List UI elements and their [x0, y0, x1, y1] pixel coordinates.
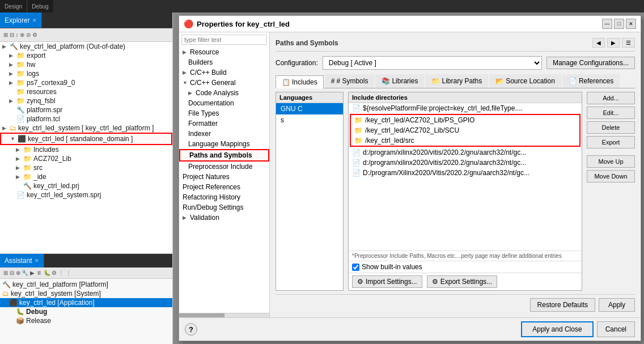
tab-library-paths[interactable]: 📁 Library Paths — [425, 74, 488, 88]
dir-item-5[interactable]: 📄 d:/program/xilinx2020/vitis/2020.2/gnu… — [349, 158, 582, 168]
arrow-icon: ▼ — [183, 80, 188, 86]
tree-item-sprj[interactable]: 📄 key_ctrl_led_system.sprj — [0, 190, 172, 199]
forward-button[interactable]: ▶ — [607, 38, 620, 48]
nav-item-codeanalysis[interactable]: ▶ Code Analysis — [179, 88, 269, 98]
nav-item-resource[interactable]: ▶ Resource — [179, 47, 269, 57]
tab-symbols[interactable]: # # Symbols — [325, 74, 375, 88]
explorer-tab-x[interactable]: ✕ — [32, 18, 37, 23]
assistant-tree: 🔨 key_ctrl_led_platform [Platform] 🗂 key… — [0, 279, 172, 344]
minimize-button[interactable]: — — [602, 19, 612, 29]
tree-item-prj[interactable]: 🔨 key_ctrl_led.prj — [0, 181, 172, 190]
nav-search-area — [179, 32, 269, 47]
tab-source-location[interactable]: 📂 Source Location — [489, 74, 561, 88]
lang-s[interactable]: s — [276, 114, 343, 126]
nav-item-langmappings[interactable]: Language Mappings — [179, 139, 269, 149]
manage-configs-button[interactable]: Manage Configurations... — [546, 57, 635, 69]
tree-item-includes[interactable]: ▶ 📁 Includes — [0, 145, 172, 154]
assistant-debug[interactable]: 🐛 Debug — [0, 307, 172, 316]
tree-item-logs[interactable]: ▶ 📁 logs — [0, 69, 172, 78]
properties-dialog: 🔴 Properties for key_ctrl_led — □ ✕ — [179, 15, 641, 341]
tree-item-hw[interactable]: ▶ 📁 hw — [0, 60, 172, 69]
tree-item-ps7[interactable]: ▶ 📁 ps7_cortexa9_0 — [0, 78, 172, 87]
assistant-app[interactable]: ⬛ key_ctrl_led [Application] — [0, 298, 172, 307]
nav-item-projreferences[interactable]: Project References — [179, 182, 269, 192]
edit-button[interactable]: Edit... — [587, 107, 635, 119]
tree-item-platformtcl[interactable]: 📄 platform.tcl — [0, 114, 172, 124]
nav-scrollbar[interactable] — [179, 313, 269, 317]
nav-item-builders[interactable]: Builders — [179, 57, 269, 67]
explorer-tab[interactable]: Explorer ✕ — [0, 12, 42, 28]
help-button[interactable]: ? — [185, 323, 197, 335]
nav-item-documentation[interactable]: Documentation — [179, 98, 269, 108]
config-select[interactable]: Debug [ Active ] — [323, 56, 542, 70]
apply-and-close-button[interactable]: Apply and Close — [521, 321, 593, 337]
dir-item-3[interactable]: 📁 /key_ctrl_led/src — [351, 135, 579, 146]
nav-item-projnatures[interactable]: Project Natures — [179, 172, 269, 182]
content-panes: Languages GNU C s Include directories — [276, 92, 635, 291]
nav-item-cppgeneral[interactable]: ▼ C/C++ General — [179, 78, 269, 88]
nav-item-validation[interactable]: ▶ Validation — [179, 213, 269, 223]
cancel-button[interactable]: Cancel — [597, 321, 635, 337]
export-button[interactable]: Export — [587, 136, 635, 148]
arrow-icon: ▶ — [9, 98, 15, 104]
tree-item-export[interactable]: ▶ 📁 export — [0, 51, 172, 60]
assistant-tab[interactable]: Assistant ✕ — [0, 254, 44, 267]
arrow-icon: ▶ — [183, 215, 188, 220]
back-button[interactable]: ◀ — [592, 38, 605, 48]
design-tab[interactable]: Design — [0, 0, 27, 12]
close-button[interactable]: ✕ — [626, 19, 636, 29]
move-up-button[interactable]: Move Up — [587, 155, 635, 168]
file-icon: 🔧 — [16, 106, 25, 114]
nav-item-rundebug[interactable]: Run/Debug Settings — [179, 202, 269, 213]
dir-item-6[interactable]: 📄 D:/program/Xilinx2020/Vitis/2020.2/gnu… — [349, 168, 582, 178]
folder-icon: 📁 — [23, 155, 32, 163]
tree-item-key-ctrl-led[interactable]: ▼ ⬛ key_ctrl_led [ standalone_domain ] — [0, 133, 172, 145]
lang-gnu-c[interactable]: GNU C — [276, 103, 343, 114]
tree-item-platformspr[interactable]: 🔧 platform.spr — [0, 105, 172, 114]
move-down-button[interactable]: Move Down — [587, 170, 635, 182]
show-builtin-checkbox[interactable] — [352, 264, 359, 271]
nav-item-formatter[interactable]: Formatter — [179, 118, 269, 129]
tree-item-resources[interactable]: 📁 resources — [0, 87, 172, 96]
tree-item-label: platform.spr — [27, 106, 62, 114]
assistant-release[interactable]: 📦 Release — [0, 316, 172, 325]
tree-item-system[interactable]: ▶ 🗂 key_ctrl_led_system [ key_ctrl_led_p… — [0, 124, 172, 133]
nav-item-filetypes[interactable]: File Types — [179, 108, 269, 118]
nav-item-cppbuild[interactable]: ▶ C/C++ Build — [179, 67, 269, 78]
dir-item-0[interactable]: 📄 ${resolvePlatformFile:project=key_ctrl… — [349, 103, 582, 113]
nav-item-indexer[interactable]: Indexer — [179, 129, 269, 139]
config-label: Configuration: — [276, 59, 318, 67]
import-icon: ⚙ — [357, 278, 363, 286]
tab-includes[interactable]: 📋 Includes — [276, 75, 324, 88]
tree-item-acz702lib[interactable]: ▶ 📁 ACZ702_Lib — [0, 154, 172, 163]
dir-path: /key_ctrl_led/src — [365, 137, 414, 145]
assistant-system[interactable]: 🗂 key_ctrl_led_system [System] — [0, 289, 172, 298]
assistant-platform[interactable]: 🔨 key_ctrl_led_platform [Platform] — [0, 280, 172, 289]
nav-label: Project Natures — [183, 173, 230, 181]
nav-item-paths-symbols[interactable]: Paths and Symbols — [179, 149, 269, 162]
nav-item-preproc[interactable]: Preprocessor Include — [179, 162, 269, 172]
dir-item-2[interactable]: 📁 /key_ctrl_led/ACZ702_Lib/SCU — [351, 125, 579, 135]
dir-item-1[interactable]: 📁 /key_ctrl_led/ACZ702_Lib/PS_GPIO — [351, 115, 579, 125]
tree-item-zynq[interactable]: ▶ 📁 zynq_fsbl — [0, 96, 172, 105]
tab-references[interactable]: 📄 References — [562, 74, 620, 88]
tree-item-src[interactable]: ▶ 📁 src — [0, 163, 172, 172]
tree-item-label: _ide — [33, 173, 46, 181]
assistant-tab-x[interactable]: ✕ — [35, 258, 39, 264]
restore-defaults-button[interactable]: Restore Defaults — [530, 298, 595, 312]
import-settings-button[interactable]: ⚙ Import Settings... — [352, 275, 422, 288]
tab-libraries[interactable]: 📚 Libraries — [375, 74, 424, 88]
apply-button[interactable]: Apply — [599, 298, 635, 312]
delete-button[interactable]: Delete — [587, 121, 635, 134]
dir-item-4[interactable]: 📄 d:/program/xilinx2020/vitis/2020.2/gnu… — [349, 147, 582, 158]
export-settings-button[interactable]: ⚙ Export Settings... — [427, 275, 497, 288]
debug-tab[interactable]: Debug — [27, 0, 53, 12]
nav-search-input[interactable] — [181, 35, 267, 45]
top-bar: Design Debug — [0, 0, 644, 12]
maximize-button[interactable]: □ — [614, 19, 624, 29]
tree-item-ide[interactable]: ▶ 📁 _ide — [0, 172, 172, 181]
nav-item-refactoring[interactable]: Refactoring History — [179, 192, 269, 202]
add-button[interactable]: Add... — [587, 92, 635, 104]
menu-button[interactable]: ☰ — [622, 38, 635, 48]
tree-item-platform[interactable]: ▶ 🔨 key_ctrl_led_platform (Out-of-date) — [0, 42, 172, 51]
